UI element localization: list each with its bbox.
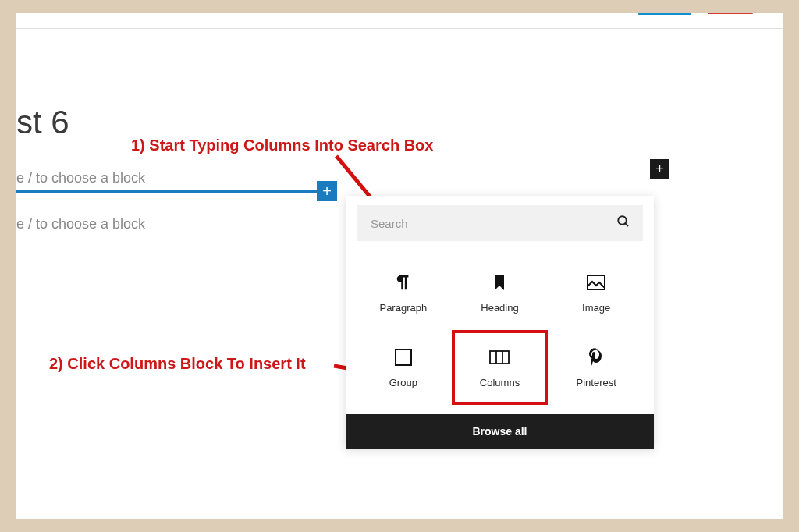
block-heading[interactable]: Heading (453, 257, 547, 328)
block-paragraph[interactable]: Paragraph (357, 257, 450, 328)
pinterest-icon (588, 347, 604, 367)
columns-icon (489, 347, 510, 367)
block-placeholder-1[interactable]: e / to choose a block (16, 170, 145, 186)
block-columns[interactable]: Columns (453, 332, 547, 403)
block-label: Group (389, 377, 417, 388)
search-input[interactable] (371, 217, 629, 230)
svg-rect-4 (588, 275, 605, 289)
publish-button-partial[interactable] (638, 13, 691, 15)
block-insert-line (16, 190, 330, 193)
block-label: Columns (480, 377, 520, 388)
browse-all-button[interactable]: Browse all (346, 414, 654, 449)
block-label: Paragraph (379, 302, 427, 314)
add-block-button[interactable]: + (650, 159, 669, 179)
paragraph-icon (396, 272, 411, 293)
svg-point-2 (618, 216, 627, 225)
annotation-step1: 1) Start Typing Columns Into Search Box (131, 137, 433, 154)
heading-icon (493, 272, 506, 293)
image-icon (587, 272, 605, 293)
group-icon (395, 347, 412, 367)
blocks-grid: Paragraph Heading Image (346, 257, 654, 414)
annotation-step2: 2) Click Columns Block To Insert It (49, 355, 306, 373)
top-toolbar (16, 13, 783, 29)
block-label: Pinterest (577, 377, 616, 388)
post-title[interactable]: st 6 (16, 104, 69, 141)
add-block-inline-button[interactable]: + (317, 181, 337, 201)
block-label: Heading (481, 302, 518, 314)
svg-rect-6 (490, 351, 509, 364)
svg-rect-5 (396, 349, 411, 365)
block-group[interactable]: Group (357, 332, 450, 403)
search-icon (616, 215, 630, 232)
svg-line-3 (625, 223, 628, 226)
toolbar-button-partial[interactable] (708, 13, 753, 14)
block-image[interactable]: Image (549, 257, 643, 328)
block-inserter-popover: Paragraph Heading Image (346, 196, 654, 449)
columns-highlight (452, 330, 549, 405)
block-label: Image (582, 302, 610, 314)
search-box[interactable] (357, 205, 643, 241)
editor-frame: st 6 e / to choose a block + e / to choo… (16, 13, 783, 519)
block-placeholder-2[interactable]: e / to choose a block (16, 216, 145, 232)
block-pinterest[interactable]: Pinterest (549, 332, 643, 403)
